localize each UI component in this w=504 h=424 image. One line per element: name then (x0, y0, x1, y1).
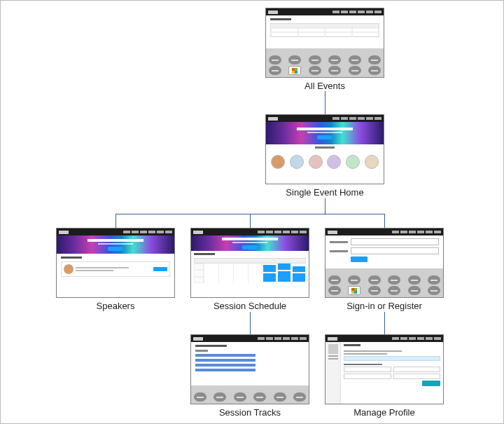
info-alert (344, 356, 440, 361)
page-heading (344, 344, 360, 346)
hero-cta-button (317, 135, 332, 139)
edge-drop-schedule (250, 214, 251, 228)
node-manage-profile[interactable]: Manage Profile (325, 334, 444, 418)
track-link (195, 354, 255, 357)
caption-signin: Sign-in or Register (346, 301, 422, 311)
node-single-event-home[interactable]: Single Event Home (265, 114, 384, 198)
edge-singlehome-stub (325, 198, 326, 214)
thumb-single-event-home (265, 114, 384, 184)
events-table (270, 23, 379, 37)
edge-allevents-singlehome (325, 91, 326, 114)
page-heading (195, 345, 227, 347)
email-field (351, 238, 439, 245)
sponsor-heading (269, 50, 381, 54)
caption-single-event-home: Single Event Home (286, 187, 363, 198)
edge-drop-speakers (115, 214, 116, 228)
sponsor-heading (328, 271, 440, 274)
thumb-speakers (56, 228, 175, 298)
caption-manage-profile: Manage Profile (354, 407, 414, 418)
phone-field (393, 374, 441, 379)
avatar (64, 264, 74, 274)
caption-all-events: All Events (304, 81, 345, 91)
first-name-field (344, 367, 391, 372)
node-session-schedule[interactable]: Session Schedule (190, 228, 309, 311)
avatar (346, 155, 360, 169)
save-button (422, 381, 440, 386)
email-field (344, 374, 391, 379)
caption-session-tracks: Session Tracks (219, 407, 281, 418)
hero-title (297, 128, 353, 130)
avatar (365, 155, 379, 169)
node-speakers[interactable]: Speakers (56, 228, 175, 311)
page-heading (61, 257, 82, 259)
edge-drop-signin (384, 214, 385, 228)
avatar (271, 155, 285, 169)
speaker-card (61, 261, 170, 277)
view-button (153, 267, 167, 271)
schedule-grid (194, 264, 306, 283)
page-heading (270, 18, 291, 20)
speaker-avatars (266, 150, 384, 174)
caption-speakers: Speakers (97, 301, 135, 311)
sponsor-heading (194, 388, 306, 391)
avatar (327, 155, 341, 169)
password-field (351, 247, 439, 254)
track-link (195, 364, 255, 367)
page-heading (194, 253, 215, 255)
node-session-tracks[interactable]: Session Tracks (190, 334, 309, 418)
edge-signin-profile (384, 312, 385, 334)
caption-session-schedule: Session Schedule (214, 301, 286, 311)
thumb-session-schedule (190, 228, 309, 298)
node-signin[interactable]: Sign-in or Register (325, 228, 444, 311)
avatar (290, 155, 304, 169)
track-link (195, 359, 255, 362)
profile-photo (328, 344, 338, 354)
edge-schedule-tracks (250, 312, 251, 334)
track-link (195, 369, 255, 371)
thumb-session-tracks (190, 334, 309, 404)
node-all-events[interactable]: All Events (265, 8, 384, 91)
thumb-signin (325, 228, 444, 298)
last-name-field (393, 367, 441, 372)
avatar (309, 155, 323, 169)
sitemap-diagram: All Events Single Event Home (0, 0, 504, 424)
signin-button (351, 257, 368, 262)
thumb-manage-profile (325, 334, 444, 404)
thumb-all-events (265, 8, 384, 78)
